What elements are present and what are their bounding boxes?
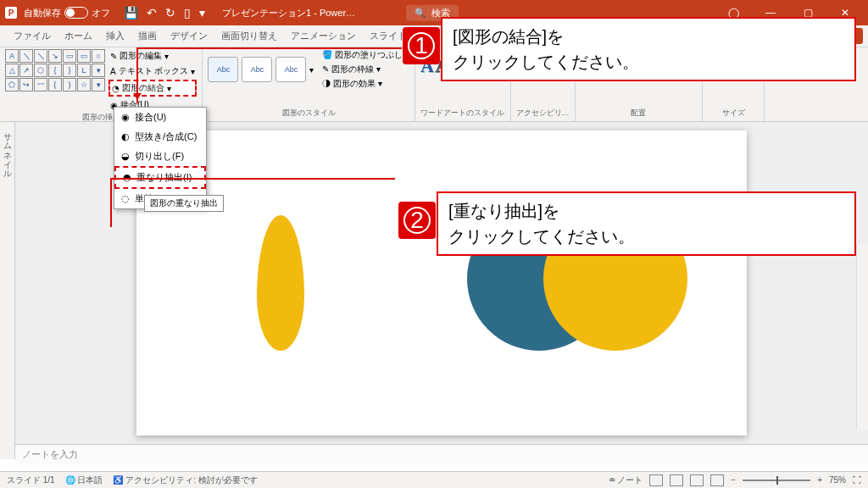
tab-insert[interactable]: 挿入: [99, 26, 131, 46]
accessibility-indicator[interactable]: ♿ アクセシビリティ: 検討が必要です: [113, 474, 257, 486]
zoom-out-button[interactable]: −: [731, 475, 736, 485]
toggle-icon[interactable]: [64, 7, 88, 19]
style-preset[interactable]: Abc: [208, 57, 238, 82]
undo-icon[interactable]: ↶: [147, 6, 157, 19]
language-indicator[interactable]: 🌐 日本語: [65, 474, 103, 486]
doc-title: プレゼンテーション1 - Power…: [222, 7, 355, 19]
callout-2: [重なり抽出]を クリックしてください。: [437, 191, 856, 256]
autosave-state: オフ: [92, 7, 110, 19]
shape-edit-list: ✎ 図形の編集 ▾ A テキスト ボックス ▾ ◔ 図形の結合 ▾ ◉ 接合(U…: [108, 49, 197, 112]
notes-button[interactable]: ≐ ノート: [609, 474, 643, 486]
scrollbar[interactable]: [856, 244, 868, 430]
status-bar: スライド 1/1 🌐 日本語 ♿ アクセシビリティ: 検討が必要です ≐ ノート…: [0, 471, 868, 488]
app-icon: P: [5, 7, 17, 19]
shape-effects-button[interactable]: ◑ 図形の効果 ▾: [322, 78, 409, 90]
save-icon[interactable]: 💾: [124, 6, 138, 19]
shape-fill-button[interactable]: 🪣 図形の塗りつぶし ▾: [322, 49, 409, 61]
dropdown-icon[interactable]: ▾: [199, 6, 205, 19]
shape-outline-button[interactable]: ✎ 図形の枠線 ▾: [322, 64, 409, 75]
tab-animations[interactable]: アニメーション: [284, 26, 363, 46]
thumbnail-pane[interactable]: サムネイル: [0, 122, 15, 459]
group-label: ワードアートのスタイル: [420, 108, 505, 119]
normal-view-icon[interactable]: [649, 474, 663, 486]
slide-indicator[interactable]: スライド 1/1: [7, 474, 55, 486]
slide[interactable]: [136, 130, 747, 435]
tab-file[interactable]: ファイル: [7, 26, 58, 46]
sorter-view-icon[interactable]: [670, 474, 683, 486]
redo-icon[interactable]: ↻: [165, 6, 175, 19]
group-label: アクセシビリ…: [516, 108, 570, 119]
tab-home[interactable]: ホーム: [58, 26, 99, 46]
menu-combine[interactable]: ◐ 型抜き/合成(C): [114, 127, 206, 147]
tab-draw[interactable]: 描画: [131, 26, 164, 46]
callout-1: [図形の結合]を クリックしてください。: [441, 17, 856, 81]
zoom-slider[interactable]: [743, 480, 810, 481]
shapes-gallery[interactable]: A＼＼↘▭▭○ △↗⬡{}L▾ ⬠↪〰()☆▾: [5, 49, 105, 112]
style-preset[interactable]: Abc: [242, 57, 272, 82]
shape-leaf[interactable]: [257, 215, 304, 351]
zoom-level[interactable]: 75%: [829, 475, 846, 485]
start-icon[interactable]: ▯: [184, 6, 191, 19]
notes-pane[interactable]: ノートを入力: [15, 444, 868, 464]
annotation-arrow: [136, 47, 138, 103]
zoom-in-button[interactable]: +: [817, 475, 822, 485]
merge-shapes-dropdown: ◉ 接合(U) ◐ 型抜き/合成(C) ◒ 切り出し(F) ◓ 重なり抽出(I)…: [114, 107, 207, 209]
group-label: サイズ: [708, 108, 759, 119]
autosave-label: 自動保存: [24, 7, 61, 19]
quick-access: 💾 ↶ ↻ ▯ ▾: [124, 6, 205, 19]
fit-button[interactable]: ⛶: [853, 475, 861, 485]
menu-fragment[interactable]: ◒ 切り出し(F): [114, 147, 206, 166]
style-more-icon[interactable]: ▾: [309, 65, 314, 75]
callout-number-2: 2: [398, 202, 436, 239]
slideshow-view-icon[interactable]: [710, 474, 724, 486]
reading-view-icon[interactable]: [690, 474, 704, 486]
autosave-toggle[interactable]: 自動保存 オフ: [24, 7, 110, 19]
group-label: 配置: [581, 108, 698, 119]
textbox-button[interactable]: A テキスト ボックス ▾: [108, 64, 197, 78]
tooltip: 図形の重なり抽出: [144, 195, 224, 212]
merge-shapes-button[interactable]: ◔ 図形の結合 ▾: [108, 80, 197, 97]
callout-number-1: 1: [403, 27, 440, 64]
edit-shape-button[interactable]: ✎ 図形の編集 ▾: [108, 49, 197, 63]
annotation-arrow: [110, 178, 395, 180]
group-label: 図形のスタイル: [208, 108, 409, 119]
search-icon: 🔍: [415, 8, 426, 19]
titlebar-left: P 自動保存 オフ 💾 ↶ ↻ ▯ ▾ プレゼンテーション1 - Power…: [5, 6, 355, 19]
tab-transitions[interactable]: 画面切り替え: [214, 26, 284, 46]
tab-design[interactable]: デザイン: [164, 26, 214, 46]
style-preset[interactable]: Abc: [275, 57, 306, 82]
menu-union[interactable]: ◉ 接合(U): [114, 108, 206, 127]
group-shape-styles: Abc Abc Abc ▾ 🪣 図形の塗りつぶし ▾ ✎ 図形の枠線 ▾ ◑ 図…: [203, 47, 415, 121]
